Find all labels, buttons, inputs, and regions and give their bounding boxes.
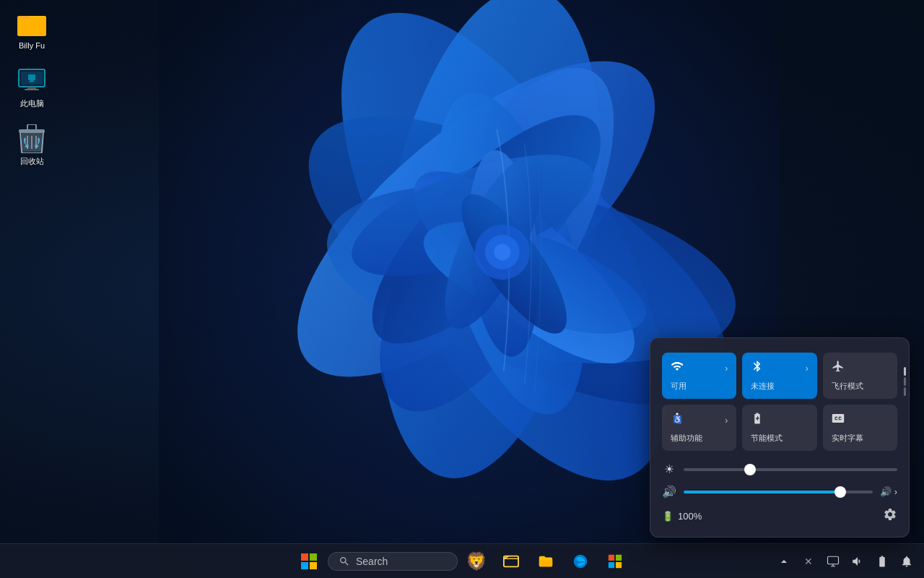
wifi-tile[interactable]: › 可用 bbox=[662, 353, 736, 399]
files-button[interactable] bbox=[530, 545, 562, 577]
svg-rect-43 bbox=[609, 554, 614, 560]
battery-saver-icon bbox=[751, 412, 764, 428]
svg-rect-44 bbox=[616, 554, 622, 560]
recycle-bin-icon bbox=[17, 124, 46, 153]
recycle-bin-label: 回收站 bbox=[20, 156, 44, 166]
airplane-label: 飞行模式 bbox=[832, 381, 889, 392]
mascot-button[interactable]: 🦁 bbox=[461, 545, 492, 577]
file-explorer-button[interactable] bbox=[495, 545, 527, 577]
svg-rect-39 bbox=[310, 553, 317, 561]
scroll-dot-2 bbox=[904, 377, 906, 386]
svg-rect-47 bbox=[828, 556, 839, 564]
bluetooth-tile[interactable]: › 未连接 bbox=[742, 353, 816, 399]
svg-point-17 bbox=[494, 244, 510, 261]
notification-icon[interactable] bbox=[895, 545, 918, 577]
svg-rect-23 bbox=[27, 87, 36, 89]
volume-tray-icon[interactable] bbox=[846, 545, 869, 577]
bluetooth-label: 未连接 bbox=[751, 381, 808, 392]
wifi-arrow[interactable]: › bbox=[725, 363, 728, 374]
svg-rect-20 bbox=[17, 19, 46, 36]
desktop-icon-this-pc[interactable]: 此电脑 bbox=[6, 64, 58, 111]
quick-settings-panel: › 可用 › 未连接 bbox=[650, 337, 910, 538]
volume-arrow[interactable]: › bbox=[894, 486, 897, 497]
svg-rect-41 bbox=[310, 562, 317, 569]
search-bar[interactable]: Search bbox=[328, 552, 458, 571]
captions-icon bbox=[832, 412, 845, 428]
start-button[interactable] bbox=[293, 545, 325, 577]
desktop: Billy Fu 此电脑 bbox=[0, 0, 924, 578]
desktop-icon-recycle-bin[interactable]: 回收站 bbox=[6, 121, 58, 169]
brightness-icon: ☀ bbox=[662, 462, 676, 476]
taskbar-center: Search 🦁 bbox=[293, 545, 631, 577]
store-button[interactable] bbox=[599, 545, 631, 577]
accessibility-label: 辅助功能 bbox=[671, 433, 728, 444]
volume-row: 🔊 🔊 › bbox=[662, 485, 897, 499]
battery-icon: 🔋 bbox=[662, 511, 674, 522]
tray-system-icon[interactable]: ✕ bbox=[797, 545, 820, 577]
bluetooth-arrow[interactable]: › bbox=[806, 363, 808, 374]
volume-icon: 🔊 bbox=[662, 485, 676, 499]
svg-rect-27 bbox=[30, 80, 34, 82]
volume-right: 🔊 › bbox=[880, 486, 897, 497]
airplane-icon bbox=[832, 360, 845, 376]
svg-rect-24 bbox=[25, 89, 39, 90]
svg-rect-26 bbox=[28, 74, 35, 80]
svg-rect-40 bbox=[301, 562, 308, 569]
folder-icon bbox=[17, 9, 46, 38]
battery-saver-tile[interactable]: 节能模式 bbox=[742, 405, 816, 451]
taskbar-tray: ✕ bbox=[772, 545, 924, 577]
svg-rect-46 bbox=[616, 561, 622, 567]
scroll-dot-1 bbox=[904, 367, 906, 376]
battery-percent: 100% bbox=[678, 511, 702, 522]
panel-scrollbar bbox=[903, 367, 906, 410]
battery-tray-icon[interactable] bbox=[871, 545, 894, 577]
bluetooth-icon bbox=[751, 360, 764, 376]
brightness-row: ☀ bbox=[662, 462, 897, 476]
captions-label: 实时字幕 bbox=[832, 433, 889, 444]
battery-status: 🔋 100% bbox=[662, 511, 702, 522]
quick-tiles-grid: › 可用 › 未连接 bbox=[662, 353, 897, 451]
svg-rect-45 bbox=[609, 561, 614, 567]
wifi-icon bbox=[671, 360, 684, 376]
mascot-icon: 🦁 bbox=[466, 551, 487, 571]
wifi-label: 可用 bbox=[671, 381, 728, 392]
battery-saver-label: 节能模式 bbox=[751, 433, 808, 444]
display-icon[interactable] bbox=[821, 545, 845, 577]
accessibility-arrow[interactable]: › bbox=[725, 415, 728, 426]
svg-rect-28 bbox=[29, 82, 35, 82]
svg-text:♿: ♿ bbox=[673, 415, 683, 424]
captions-tile[interactable]: 实时字幕 bbox=[823, 405, 897, 451]
tray-chevron-button[interactable] bbox=[772, 545, 796, 577]
volume-speaker-icon: 🔊 bbox=[880, 486, 892, 497]
search-placeholder: Search bbox=[356, 556, 388, 567]
volume-slider[interactable] bbox=[684, 491, 873, 493]
battery-row: 🔋 100% bbox=[662, 507, 897, 525]
billy-fu-label: Billy Fu bbox=[19, 40, 45, 51]
desktop-icon-billy-fu[interactable]: Billy Fu bbox=[6, 6, 58, 53]
edge-button[interactable] bbox=[565, 545, 596, 577]
svg-rect-38 bbox=[301, 553, 308, 561]
computer-icon bbox=[17, 66, 46, 95]
accessibility-icon: ♿ bbox=[671, 412, 684, 428]
accessibility-tile[interactable]: ♿ › 辅助功能 bbox=[662, 405, 736, 451]
brightness-slider[interactable] bbox=[684, 468, 897, 471]
this-pc-label: 此电脑 bbox=[20, 98, 44, 108]
taskbar: Search 🦁 bbox=[0, 543, 924, 578]
scroll-dot-3 bbox=[904, 387, 906, 396]
settings-button[interactable] bbox=[883, 507, 897, 525]
airplane-tile[interactable]: 飞行模式 bbox=[823, 353, 897, 399]
